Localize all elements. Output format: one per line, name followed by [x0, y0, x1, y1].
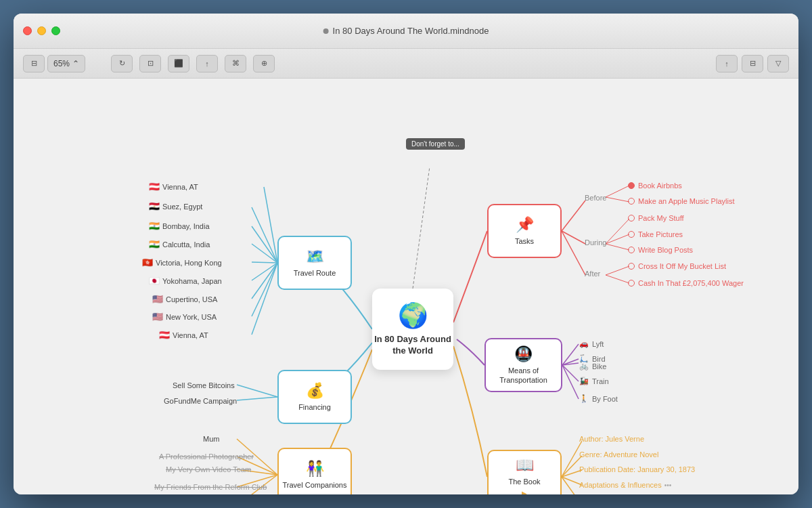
transport-train: 🚂 Train: [579, 377, 609, 385]
toolbar: ⊟ 65% ⌃ ↻ ⊡ ⬛ ↑ ⌘ ⊕ ↑ ⊟ ▽: [14, 49, 798, 79]
book-icon: 📖: [516, 457, 534, 474]
companions-node[interactable]: 👫 Travel Companions: [277, 448, 352, 494]
companion-photographer: A Professional Photographer: [159, 452, 254, 461]
sidebar-button[interactable]: ⊟: [742, 55, 763, 72]
transport-foot: 🚶 By Foot: [579, 394, 618, 403]
link-button[interactable]: ⌘: [225, 55, 246, 72]
svg-line-9: [237, 385, 277, 397]
share-button[interactable]: ↑: [716, 55, 738, 72]
svg-line-24: [606, 266, 629, 275]
location-cupertino: 🇺🇸 Cupertino, USA: [152, 294, 217, 304]
central-icon: 🌍: [398, 301, 428, 330]
zoom-label: 65%: [53, 59, 70, 68]
mindmap-canvas: Don't forget to... 🌍 In 80 Days Around t…: [14, 79, 798, 494]
task-apple-music: Make an Apple Music Playlist: [628, 197, 734, 205]
minimize-button[interactable]: [37, 26, 46, 35]
svg-line-20: [606, 197, 629, 202]
transport-icon: 🚇: [514, 345, 533, 363]
transport-bike: 🚲 Bike: [579, 362, 606, 371]
transport-label: Means of Transportation: [486, 366, 561, 385]
task-take-pictures: Take Pictures: [628, 230, 683, 238]
travel-route-label: Travel Route: [294, 268, 336, 278]
travel-route-node[interactable]: 🗺️ Travel Route: [277, 236, 352, 290]
during-label: During: [585, 238, 606, 247]
view-toggle-button[interactable]: ⊟: [23, 55, 45, 72]
toolbar-left: ⊟ 65% ⌃: [23, 55, 85, 72]
tooltip-text: Don't forget to...: [411, 140, 459, 148]
book-pubdate: Publication Date: January 30, 1873: [579, 465, 695, 473]
window-title: In 80 Days Around The World.mindnode: [333, 26, 489, 36]
filter-button[interactable]: ▽: [767, 55, 789, 72]
financing-icon: 💰: [306, 382, 324, 400]
task-bucket-list: Cross It Off My Bucket List: [628, 262, 726, 270]
book-label: The Book: [508, 477, 540, 486]
tasks-node[interactable]: 📌 Tasks: [487, 204, 562, 258]
upload-button[interactable]: ↑: [196, 55, 218, 72]
svg-line-30: [562, 365, 579, 399]
location-bombay: 🇮🇳 Bombay, India: [149, 221, 210, 231]
companions-icon: 👫: [306, 460, 324, 478]
svg-line-8: [252, 263, 277, 335]
svg-line-2: [252, 226, 277, 263]
book-genre: Genre: Adventure Novel: [579, 450, 658, 459]
capture-button[interactable]: ⊡: [139, 55, 161, 72]
tasks-label: Tasks: [515, 236, 534, 246]
companions-label: Travel Companions: [283, 480, 347, 490]
svg-line-21: [606, 219, 629, 244]
central-label: In 80 Days Around the World: [372, 334, 453, 357]
transport-lyft: 🚗 Lyft: [579, 339, 604, 348]
svg-line-17: [562, 231, 585, 244]
companion-reform-club: My Friends From the Reform Club: [154, 483, 267, 491]
transport-node[interactable]: 🚇 Means of Transportation: [484, 338, 562, 392]
task-book-airbnbs: Book Airbnbs: [628, 182, 682, 190]
toolbar-right: ↑ ⊟ ▽: [716, 55, 789, 72]
location-yokohama: 🇯🇵 Yokohama, Japan: [149, 276, 222, 286]
tooltip-node: Don't forget to...: [406, 138, 465, 150]
image-button[interactable]: ⬛: [168, 55, 189, 72]
close-button[interactable]: [23, 26, 32, 35]
task-wager: Cash In That £2,075,400 Wager: [628, 279, 744, 287]
svg-line-26: [562, 344, 579, 365]
zoom-arrows: ⌃: [72, 59, 79, 68]
add-button[interactable]: ⊕: [253, 55, 275, 72]
travel-route-icon: 🗺️: [306, 248, 324, 266]
titlebar-center: In 80 Days Around The World.mindnode: [323, 26, 489, 36]
svg-line-5: [252, 263, 277, 280]
svg-line-25: [606, 275, 629, 283]
app-window: In 80 Days Around The World.mindnode ⊟ 6…: [14, 14, 798, 494]
location-calcutta: 🇮🇳 Calcutta, India: [149, 239, 210, 249]
financing-node[interactable]: 💰 Financing: [277, 370, 352, 424]
svg-line-23: [606, 244, 629, 250]
svg-line-3: [252, 244, 277, 263]
svg-line-0: [264, 187, 277, 263]
svg-line-6: [252, 263, 277, 299]
tasks-icon: 📌: [516, 216, 534, 234]
refresh-button[interactable]: ↻: [111, 55, 133, 72]
zoom-control[interactable]: 65% ⌃: [47, 55, 85, 72]
book-adaptations: Adaptations & Influences •••: [579, 481, 671, 489]
fullscreen-button[interactable]: [51, 26, 60, 35]
book-node[interactable]: 📖 The Book ▶: [487, 450, 562, 494]
before-label: Before: [585, 194, 606, 202]
book-author: Author: Jules Verne: [579, 435, 644, 443]
svg-line-19: [606, 186, 629, 197]
svg-line-7: [252, 263, 277, 316]
svg-line-10: [237, 397, 277, 400]
svg-line-4: [252, 262, 277, 263]
financing-item-1: Sell Some Bitcoins: [173, 381, 235, 389]
financing-item-2: GoFundMe Campaign: [164, 397, 237, 405]
task-pack-stuff: Pack My Stuff: [628, 214, 684, 222]
svg-line-28: [562, 363, 579, 365]
location-suez: 🇪🇬 Suez, Egypt: [149, 201, 202, 211]
svg-line-1: [252, 207, 277, 263]
svg-line-18: [562, 231, 585, 275]
after-label: After: [585, 270, 600, 278]
title-dot: [323, 28, 329, 34]
location-newyork: 🇺🇸 New York, USA: [152, 312, 217, 322]
companion-video-team: My Very Own Video Team: [166, 465, 251, 473]
companion-mum: Mum: [203, 435, 219, 443]
central-node[interactable]: 🌍 In 80 Days Around the World: [372, 289, 453, 370]
financing-label: Financing: [298, 402, 331, 412]
svg-line-22: [606, 234, 629, 244]
titlebar: In 80 Days Around The World.mindnode: [14, 14, 798, 49]
